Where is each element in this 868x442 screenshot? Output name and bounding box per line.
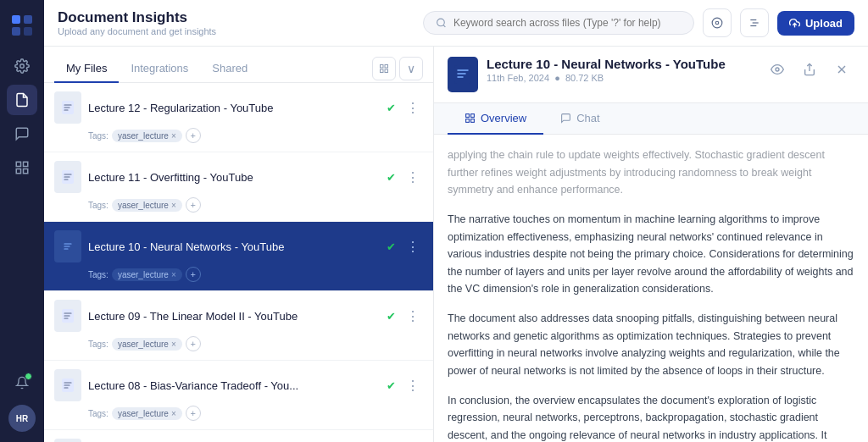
overview-faded-text: applying the chain rule to update weight…	[448, 146, 854, 199]
svg-rect-18	[385, 65, 388, 69]
tab-integrations[interactable]: Integrations	[119, 55, 200, 83]
svg-rect-28	[454, 65, 471, 84]
more-options-button[interactable]: ∨	[399, 57, 423, 80]
search-bar[interactable]	[423, 11, 694, 35]
svg-rect-19	[381, 69, 384, 73]
svg-rect-8	[24, 169, 28, 174]
add-tag-button[interactable]: +	[186, 336, 201, 351]
content-row: My Files Integrations Shared ∨	[44, 47, 868, 442]
sidebar-bottom: HR	[7, 367, 37, 432]
voice-search-button[interactable]	[703, 8, 732, 37]
tag-chip: yaser_lecture ×	[112, 268, 182, 281]
overview-paragraph-3: In conclusion, the overview encapsulates…	[448, 392, 854, 443]
list-item[interactable]: Lecture 11 - Overfitting - YouTube ✔ ⋮ T…	[44, 152, 433, 222]
svg-point-12	[715, 21, 719, 25]
search-icon	[436, 17, 447, 29]
share-button[interactable]	[797, 57, 822, 82]
svg-rect-20	[385, 69, 388, 73]
detail-content: applying the chain rule to update weight…	[434, 135, 868, 442]
detail-header: Lecture 10 - Neural Networks - YouTube 1…	[434, 47, 868, 103]
app-title: Document Insights	[58, 9, 216, 26]
list-item[interactable]: Lecture 07 - The VC Dimension - YouTube …	[44, 430, 433, 442]
detail-actions	[765, 57, 854, 82]
user-avatar[interactable]: HR	[8, 405, 36, 432]
tab-actions: ∨	[372, 57, 423, 80]
add-tag-button[interactable]: +	[186, 197, 201, 213]
svg-point-11	[712, 18, 722, 28]
svg-rect-7	[16, 169, 20, 174]
view-toggle-button[interactable]	[372, 57, 396, 80]
file-icon	[54, 230, 81, 262]
sidebar-item-grid[interactable]	[7, 152, 37, 183]
filter-button[interactable]	[740, 8, 769, 37]
header-title-block: Document Insights Upload any document an…	[58, 9, 216, 36]
list-item[interactable]: Lecture 09 - The Linear Model II - YouTu…	[44, 291, 433, 361]
detail-meta: 11th Feb, 2024 ● 80.72 KB	[487, 73, 756, 83]
tab-overview[interactable]: Overview	[448, 103, 543, 135]
detail-tabs: Overview Chat	[434, 103, 868, 135]
notification-bell-icon[interactable]	[7, 367, 37, 398]
file-more-button[interactable]: ⋮	[403, 237, 423, 257]
tag-chip: yaser_lecture ×	[112, 407, 182, 420]
svg-rect-33	[466, 114, 470, 118]
file-icon	[54, 369, 81, 401]
sidebar-item-documents[interactable]	[7, 85, 37, 115]
svg-rect-2	[12, 27, 20, 36]
file-icon	[54, 91, 81, 124]
svg-rect-1	[24, 15, 32, 24]
verified-icon: ✔	[387, 240, 396, 253]
file-more-button[interactable]: ⋮	[403, 307, 423, 326]
tab-chat[interactable]: Chat	[543, 103, 616, 135]
header-actions: Upload	[423, 8, 854, 37]
file-icon	[54, 300, 81, 332]
svg-point-29	[776, 68, 779, 71]
detail-document-title: Lecture 10 - Neural Networks - YouTube	[487, 57, 756, 71]
file-more-button[interactable]: ⋮	[403, 98, 423, 118]
app-header: Document Insights Upload any document an…	[44, 0, 868, 47]
main-wrapper: Document Insights Upload any document an…	[44, 0, 868, 442]
file-name: Lecture 11 - Overfitting - YouTube	[88, 171, 380, 184]
overview-paragraph-1: The narrative touches on momentum in mac…	[448, 211, 854, 298]
file-list: Lecture 12 - Regularization - YouTube ✔ …	[44, 83, 433, 442]
file-name: Lecture 12 - Regularization - YouTube	[88, 102, 380, 114]
svg-rect-35	[466, 119, 470, 123]
add-tag-button[interactable]: +	[186, 267, 201, 282]
svg-point-9	[437, 19, 445, 26]
list-item[interactable]: Lecture 12 - Regularization - YouTube ✔ …	[44, 83, 433, 152]
svg-rect-3	[24, 27, 32, 36]
list-item[interactable]: Lecture 08 - Bias-Variance Tradeoff - Yo…	[44, 361, 433, 430]
tab-my-files[interactable]: My Files	[54, 55, 119, 83]
tag-chip: yaser_lecture ×	[112, 338, 182, 351]
file-more-button[interactable]: ⋮	[403, 376, 423, 395]
detail-file-icon	[448, 57, 478, 92]
upload-button[interactable]: Upload	[777, 11, 854, 36]
svg-rect-5	[16, 162, 20, 166]
file-name: Lecture 09 - The Linear Model II - YouTu…	[88, 310, 380, 323]
tab-shared[interactable]: Shared	[200, 55, 259, 83]
chat-icon	[560, 113, 571, 124]
list-item[interactable]: Lecture 10 - Neural Networks - YouTube ✔…	[44, 222, 433, 291]
file-more-button[interactable]: ⋮	[403, 168, 423, 187]
detail-title-block: Lecture 10 - Neural Networks - YouTube 1…	[487, 57, 756, 83]
verified-icon: ✔	[387, 379, 396, 392]
svg-rect-36	[471, 119, 475, 123]
add-tag-button[interactable]: +	[186, 406, 201, 421]
upload-icon	[789, 18, 800, 29]
tag-chip: yaser_lecture ×	[112, 130, 182, 142]
sidebar-item-chat[interactable]	[7, 119, 37, 149]
search-input[interactable]	[453, 17, 682, 29]
sidebar: HR	[0, 0, 44, 442]
close-button[interactable]	[829, 57, 854, 82]
app-logo	[7, 10, 37, 41]
verified-icon: ✔	[387, 310, 396, 323]
sidebar-item-settings[interactable]	[7, 51, 37, 81]
file-name: Lecture 10 - Neural Networks - YouTube	[88, 240, 380, 253]
verified-icon: ✔	[387, 102, 396, 114]
svg-point-4	[20, 64, 25, 69]
svg-rect-0	[12, 15, 20, 24]
file-panel: My Files Integrations Shared ∨	[44, 47, 434, 442]
preview-button[interactable]	[765, 57, 790, 82]
detail-panel: Lecture 10 - Neural Networks - YouTube 1…	[434, 47, 868, 442]
add-tag-button[interactable]: +	[186, 128, 201, 143]
svg-rect-6	[24, 162, 28, 166]
